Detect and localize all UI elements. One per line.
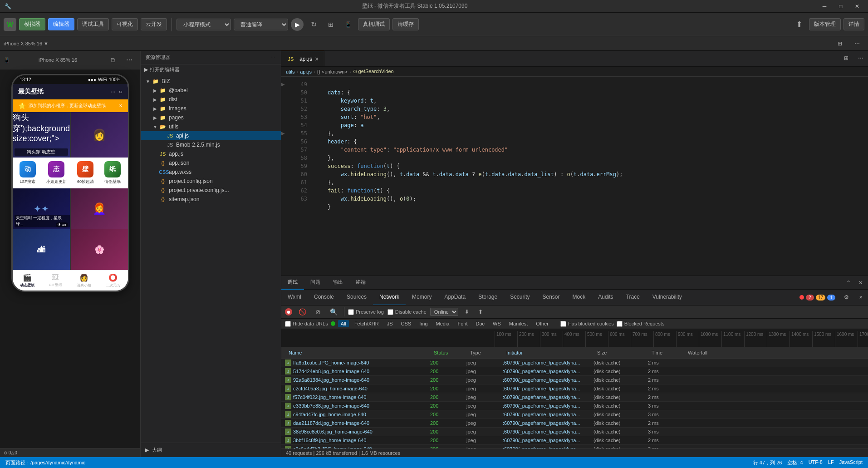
- hide-data-urls-input[interactable]: [285, 321, 291, 327]
- outline-header[interactable]: ▶ 大纲: [141, 445, 281, 455]
- preview-button[interactable]: 可视化: [112, 18, 138, 30]
- devtools-top-tab-terminal[interactable]: 终端: [349, 276, 372, 290]
- version-manage-button[interactable]: 版本管理: [809, 18, 841, 30]
- cat-1[interactable]: 动 LSP搜索: [20, 161, 36, 185]
- tab-close-button[interactable]: ×: [315, 55, 319, 63]
- header-size[interactable]: Size: [593, 349, 648, 356]
- tree-bmob[interactable]: JS Bmob-2.2.5.min.js: [141, 140, 281, 149]
- devtools-tab-appdata[interactable]: AppData: [438, 290, 472, 305]
- devtools-tab-network[interactable]: Network: [373, 290, 406, 305]
- tree-babel[interactable]: ▶ 📁 @babel: [141, 86, 281, 95]
- details-button[interactable]: 详情: [843, 18, 864, 30]
- devtools-tab-vulnerability[interactable]: Vulnerability: [646, 290, 688, 305]
- devtools-tab-trace[interactable]: Trace: [620, 290, 646, 305]
- tree-dist[interactable]: ▶ 📁 dist: [141, 95, 281, 104]
- breadcrumb-unknown[interactable]: {} <unknown>: [317, 69, 348, 74]
- table-row[interactable]: J c2cfd40aa3.jpg_home-image-640 200 jpeg…: [281, 384, 868, 393]
- upload-button[interactable]: ⬆: [792, 17, 806, 32]
- mode-select[interactable]: 小程序模式: [177, 19, 231, 30]
- blocked-requests-checkbox[interactable]: Blocked Requests: [617, 321, 665, 327]
- fold-49[interactable]: ▶: [281, 80, 290, 89]
- tree-project-config[interactable]: {} project.config.json: [141, 177, 281, 186]
- table-row[interactable]: J f57c04f022.jpg_home-image-640 200 jpeg…: [281, 393, 868, 402]
- hide-data-urls-checkbox[interactable]: Hide data URLs: [285, 321, 328, 327]
- fold-55[interactable]: ▶: [281, 129, 290, 138]
- table-row[interactable]: J 3bbf16c8f9.jpg_home-image-640 200 jpeg…: [281, 436, 868, 445]
- simulator-button[interactable]: 模拟器: [19, 18, 45, 30]
- tree-images[interactable]: ▶ 📁 images: [141, 104, 281, 113]
- filter-media[interactable]: Media: [433, 320, 452, 327]
- breadcrumb-utils[interactable]: utils: [286, 69, 295, 74]
- tree-app-wxss[interactable]: CSS app.wxss: [141, 167, 281, 177]
- devtools-tab-console[interactable]: Console: [308, 290, 340, 305]
- open-editors-header[interactable]: ▶ 打开的编辑器: [141, 64, 281, 75]
- table-row[interactable]: J 38c98cc8c0.6.jpg_home-image-640 200 jp…: [281, 428, 868, 436]
- filter-all[interactable]: All: [338, 320, 349, 327]
- split-view-button[interactable]: ⊞: [839, 51, 853, 65]
- tab-api-js[interactable]: JS api.js ×: [281, 51, 324, 66]
- tree-utils[interactable]: ▼ 📂 utils: [141, 122, 281, 131]
- record-button[interactable]: ⏺: [285, 308, 292, 315]
- devtools-top-tab-debug[interactable]: 调试: [281, 276, 304, 290]
- cat-3[interactable]: 壁 60帧超清: [77, 161, 94, 185]
- table-row[interactable]: J e339bb7e88.jpg_home-image-640 200 jpeg…: [281, 402, 868, 410]
- filter-img[interactable]: Img: [417, 320, 430, 327]
- filter-manifest[interactable]: Manifest: [506, 320, 531, 327]
- editor-more-button[interactable]: ⋯: [853, 51, 868, 65]
- minimize-button[interactable]: ─: [818, 0, 831, 13]
- devtools-tab-security[interactable]: Security: [504, 290, 536, 305]
- filter-js[interactable]: JS: [384, 320, 396, 327]
- throttle-select[interactable]: Online: [430, 308, 458, 316]
- tab-girls[interactable]: 👩 清爽小姐: [77, 273, 91, 288]
- devtools-collapse-button[interactable]: ⌃: [843, 279, 853, 287]
- tree-app-js[interactable]: JS app.js: [141, 149, 281, 158]
- network-table[interactable]: Name Status Type Initiator Size Time Wat…: [281, 347, 868, 448]
- clear-cache-button[interactable]: 清缓存: [392, 18, 419, 30]
- code-content[interactable]: data: { keyword: t, search_type: 3, sort…: [311, 77, 868, 276]
- clear-network-button[interactable]: 🚫: [296, 307, 309, 316]
- close-button[interactable]: ✕: [851, 0, 863, 13]
- tree-pages[interactable]: ▶ 📁 pages: [141, 113, 281, 122]
- real-machine-button[interactable]: 📱: [341, 17, 355, 32]
- devtools-top-tab-output[interactable]: 输出: [327, 276, 349, 290]
- search-network-button[interactable]: 🔍: [327, 307, 340, 316]
- header-time[interactable]: Time: [648, 349, 684, 356]
- table-row[interactable]: J 517d424eb8.jpg_home-image-640 200 jpeg…: [281, 367, 868, 376]
- filter-toggle-button[interactable]: ⊘: [313, 307, 324, 316]
- sidebar-menu-button[interactable]: ⋯: [270, 54, 276, 61]
- cat-2[interactable]: 态 小姐姐更新: [46, 161, 67, 185]
- filter-font[interactable]: Font: [455, 320, 470, 327]
- tree-api-js[interactable]: JS api.js: [141, 131, 281, 140]
- blocked-cookies-input[interactable]: [560, 321, 566, 327]
- devtools-tab-wxml[interactable]: Wxml: [281, 290, 308, 305]
- header-waterfall[interactable]: Waterfall: [684, 349, 864, 356]
- real-machine-label[interactable]: 真机调试: [358, 18, 390, 30]
- cloud-button[interactable]: 云开发: [141, 18, 167, 30]
- phone-more-button[interactable]: ⋯: [122, 53, 137, 67]
- tree-project-private[interactable]: {} project.private.config.js...: [141, 186, 281, 195]
- preserve-log-checkbox[interactable]: Preserve log: [348, 309, 384, 315]
- debugger-button[interactable]: 调试工具: [77, 18, 109, 30]
- status-language[interactable]: JavaScript: [839, 459, 863, 466]
- blocked-requests-input[interactable]: [617, 321, 623, 327]
- breadcrumb-file[interactable]: api.js: [300, 69, 312, 74]
- devtools-close-button[interactable]: ✕: [853, 276, 868, 290]
- header-status[interactable]: Status: [430, 349, 466, 356]
- header-type[interactable]: Type: [466, 349, 503, 356]
- phone-copy-button[interactable]: ⧉: [106, 53, 120, 67]
- restore-button[interactable]: □: [834, 0, 847, 13]
- filter-doc[interactable]: Doc: [473, 320, 487, 327]
- export-button[interactable]: ⬆: [476, 308, 485, 316]
- disable-cache-input[interactable]: [387, 309, 393, 315]
- split-editor-button[interactable]: ⊞: [833, 36, 847, 51]
- tab-dynamic[interactable]: 🎬 动态壁纸: [20, 273, 34, 288]
- filter-fetch-xhr[interactable]: Fetch/XHR: [352, 320, 382, 327]
- devtools-tab-memory[interactable]: Memory: [406, 290, 438, 305]
- more-button[interactable]: ⋯: [850, 36, 864, 51]
- table-row[interactable]: J c2c6e4d7b3.JPG_home-image-640 200 jpeg…: [281, 445, 868, 448]
- table-row[interactable]: J 92a5a81384.jpg_home-image-640 200 jpeg…: [281, 376, 868, 384]
- devtools-tab-mock[interactable]: Mock: [566, 290, 592, 305]
- blocked-cookies-checkbox[interactable]: Has blocked cookies: [560, 321, 614, 327]
- header-name[interactable]: Name: [285, 349, 430, 356]
- devtools-tab-sensor[interactable]: Sensor: [536, 290, 566, 305]
